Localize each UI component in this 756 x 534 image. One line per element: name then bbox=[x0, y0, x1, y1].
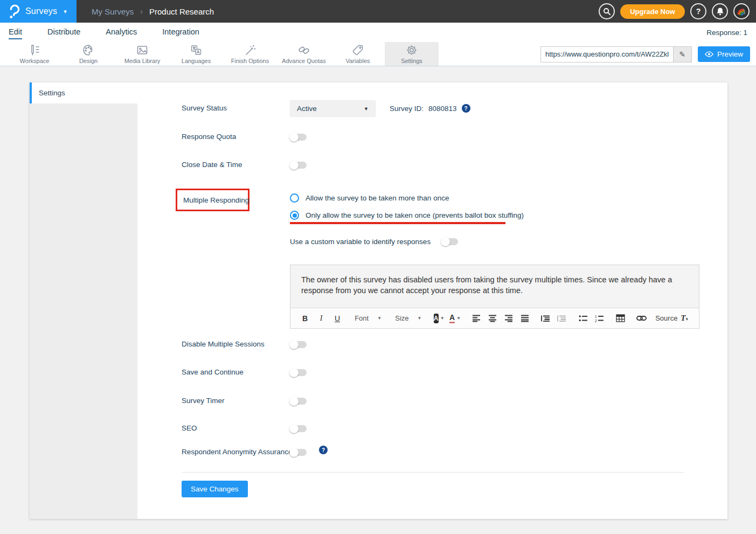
tab-distribute[interactable]: Distribute bbox=[47, 25, 80, 39]
chevron-down-icon: ▾ bbox=[64, 8, 67, 15]
search-button[interactable] bbox=[599, 3, 615, 19]
sidebar-item-settings[interactable]: Settings bbox=[30, 82, 137, 103]
chevron-down-icon: ▼ bbox=[377, 316, 382, 321]
svg-text:1: 1 bbox=[595, 315, 597, 318]
tab-analytics[interactable]: Analytics bbox=[106, 25, 137, 39]
survey-id-value: 8080813 bbox=[428, 105, 457, 113]
text-color-icon: A bbox=[449, 314, 455, 323]
justify-button[interactable] bbox=[518, 311, 532, 325]
form-divider bbox=[182, 472, 683, 473]
custom-variable-label: Use a custom variable to identify respon… bbox=[290, 238, 431, 246]
custom-variable-toggle[interactable] bbox=[441, 238, 458, 245]
multiple-responding-label: Multiple Responding bbox=[183, 196, 249, 204]
italic-button[interactable]: I bbox=[314, 311, 328, 325]
toolbar-item-workspace[interactable]: Workspace bbox=[8, 42, 61, 66]
save-changes-button[interactable]: Save Changes bbox=[182, 481, 248, 497]
app-menu-label: Surveys bbox=[25, 6, 57, 16]
survey-status-select[interactable]: Active ▼ bbox=[290, 100, 376, 117]
pencil-icon: ✎ bbox=[679, 50, 686, 59]
image-icon bbox=[136, 44, 149, 57]
size-select[interactable]: Size▼ bbox=[392, 314, 425, 322]
survey-id-label: Survey ID: bbox=[390, 105, 424, 113]
app-menu-surveys[interactable]: Surveys ▾ bbox=[0, 0, 77, 23]
survey-id-help-icon[interactable]: ? bbox=[462, 104, 470, 113]
multiple-responding-annotation-box: Multiple Responding bbox=[176, 189, 249, 211]
disable-multiple-sessions-toggle[interactable] bbox=[290, 341, 307, 348]
respondent-anonymity-toggle[interactable] bbox=[290, 449, 307, 456]
survey-url-input[interactable] bbox=[541, 47, 673, 62]
settings-panel: Settings Security Notifications Survey S… bbox=[30, 82, 727, 519]
edit-toolbar: Workspace Design Media Library Languages… bbox=[0, 42, 756, 66]
survey-timer-toggle[interactable] bbox=[290, 398, 307, 405]
respondent-anonymity-help-icon[interactable]: ? bbox=[319, 446, 328, 454]
user-avatar[interactable] bbox=[733, 3, 750, 19]
disabled-message-editor: The owner of this survey has disabled us… bbox=[290, 265, 699, 329]
tab-edit[interactable]: Edit bbox=[9, 25, 22, 39]
translate-icon bbox=[190, 44, 203, 57]
save-and-continue-label: Save and Continue bbox=[182, 368, 244, 376]
close-date-toggle[interactable] bbox=[290, 162, 307, 169]
indent-decrease-button[interactable] bbox=[555, 311, 569, 325]
breadcrumb-current: Product Research bbox=[149, 7, 214, 16]
bold-button[interactable]: B bbox=[298, 311, 312, 325]
magic-wand-icon bbox=[244, 44, 256, 57]
survey-url-box: ✎ bbox=[540, 46, 692, 63]
palette-icon bbox=[82, 44, 95, 57]
breadcrumb-my-surveys[interactable]: My Surveys bbox=[92, 7, 134, 16]
text-color-button[interactable]: A▼ bbox=[448, 311, 462, 325]
radio-icon[interactable] bbox=[290, 193, 299, 203]
close-date-label: Close Date & Time bbox=[182, 161, 242, 169]
notifications-button[interactable] bbox=[712, 3, 728, 19]
response-quota-label: Response Quota bbox=[182, 133, 236, 141]
toolbar-item-advance-quotas[interactable]: Advance Quotas bbox=[277, 42, 331, 66]
remove-format-button[interactable]: Tx bbox=[677, 311, 691, 325]
source-button[interactable]: Source bbox=[656, 311, 675, 325]
radio-only-once[interactable]: Only allow the survey to be taken once (… bbox=[290, 211, 524, 220]
breadcrumb-separator: › bbox=[140, 7, 143, 16]
toolbar-item-finish-options[interactable]: Finish Options bbox=[223, 42, 277, 66]
help-button[interactable]: ? bbox=[690, 3, 706, 19]
save-and-continue-toggle[interactable] bbox=[290, 369, 307, 376]
bullet-list-button[interactable] bbox=[576, 311, 590, 325]
background-color-button[interactable]: A▼ bbox=[432, 311, 446, 325]
toolbar-item-design[interactable]: Design bbox=[61, 42, 115, 66]
align-left-button[interactable] bbox=[469, 311, 483, 325]
underline-button[interactable]: U bbox=[330, 311, 344, 325]
toolbar-item-languages[interactable]: Languages bbox=[169, 42, 223, 66]
chevron-down-icon: ▼ bbox=[418, 316, 422, 321]
chevron-down-icon: ▼ bbox=[364, 106, 369, 112]
editor-message-area[interactable]: The owner of this survey has disabled us… bbox=[290, 265, 699, 308]
link-button[interactable] bbox=[634, 311, 648, 325]
radio-selected-icon[interactable] bbox=[290, 211, 299, 220]
table-button[interactable] bbox=[613, 311, 627, 325]
bg-color-icon: A bbox=[434, 314, 439, 323]
respondent-anonymity-label: Respondent Anonymity Assurance bbox=[182, 448, 293, 456]
toolbar-item-media-library[interactable]: Media Library bbox=[115, 42, 169, 66]
radio-allow-multiple[interactable]: Allow the survey to be taken more than o… bbox=[290, 193, 449, 203]
response-quota-toggle[interactable] bbox=[290, 134, 307, 141]
numbered-list-button[interactable]: 12 bbox=[592, 311, 606, 325]
survey-timer-label: Survey Timer bbox=[182, 397, 225, 405]
font-select[interactable]: Font▼ bbox=[351, 314, 385, 322]
toolbar-item-settings[interactable]: Settings bbox=[385, 42, 439, 66]
align-right-button[interactable] bbox=[502, 311, 516, 325]
bell-icon bbox=[716, 7, 724, 16]
seo-toggle[interactable] bbox=[290, 425, 307, 432]
question-mark-icon: ? bbox=[696, 7, 701, 16]
page-content: Settings Security Notifications Survey S… bbox=[0, 66, 756, 534]
settings-sidebar: Settings Security Notifications bbox=[30, 82, 137, 519]
preview-button[interactable]: Preview bbox=[698, 46, 750, 62]
sidebar-background bbox=[30, 103, 137, 519]
top-bar: Surveys ▾ My Surveys › Product Research … bbox=[0, 0, 756, 23]
toolbar-item-variables[interactable]: Variables bbox=[331, 42, 385, 66]
edit-url-button[interactable]: ✎ bbox=[673, 47, 691, 62]
annotation-underline bbox=[290, 222, 505, 224]
seo-label: SEO bbox=[182, 424, 197, 432]
upgrade-now-button[interactable]: Upgrade Now bbox=[620, 4, 685, 19]
disable-multiple-sessions-label: Disable Multiple Sessions bbox=[182, 340, 265, 348]
response-count[interactable]: Response: 1 bbox=[706, 29, 747, 37]
pencil-lines-icon bbox=[28, 44, 41, 57]
tab-integration[interactable]: Integration bbox=[162, 25, 199, 39]
indent-increase-button[interactable] bbox=[539, 311, 553, 325]
align-center-button[interactable] bbox=[485, 311, 500, 325]
